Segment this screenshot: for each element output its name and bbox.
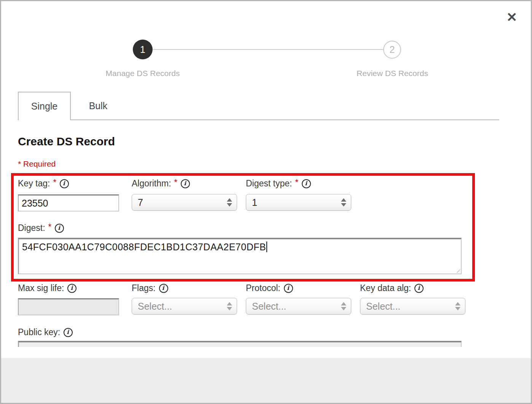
step-2-number: 2	[390, 44, 395, 55]
required-note-asterisk: *	[18, 159, 21, 168]
resize-grip-icon[interactable]	[454, 266, 460, 273]
algorithm-label: Algorithm: * i	[132, 178, 190, 189]
stepper-connector-line	[153, 49, 383, 50]
key-tag-label-text: Key tag:	[18, 178, 50, 189]
flags-label-text: Flags:	[132, 283, 156, 293]
select-spinner-icon	[227, 302, 232, 310]
digest-textarea[interactable]: 54FCF030AA1C79C0088FDEC1BD1C37DAA2E70DFB	[18, 238, 462, 274]
select-spinner-icon	[227, 198, 232, 207]
public-key-label: Public key: i	[18, 327, 73, 337]
public-key-textarea[interactable]	[18, 341, 462, 347]
digest-type-select[interactable]: 1	[246, 194, 351, 211]
flags-select[interactable]: Select...	[132, 298, 237, 315]
required-note-text: Required	[23, 159, 56, 168]
info-icon[interactable]: i	[60, 179, 69, 188]
required-asterisk: *	[48, 222, 52, 232]
protocol-label-text: Protocol:	[246, 283, 280, 293]
key-data-alg-label-text: Key data alg:	[360, 283, 411, 293]
create-ds-record-dialog: ✕ 1 2 Manage DS Records Review DS Record…	[0, 0, 532, 404]
digest-type-label: Digest type: * i	[246, 178, 311, 189]
info-icon[interactable]: i	[414, 284, 424, 293]
protocol-select-value: Select...	[252, 301, 341, 312]
required-asterisk: *	[174, 177, 178, 187]
text-cursor	[266, 242, 267, 252]
info-icon[interactable]: i	[67, 284, 76, 293]
info-icon[interactable]: i	[64, 328, 73, 337]
algorithm-label-text: Algorithm:	[132, 178, 171, 189]
public-key-label-text: Public key:	[18, 327, 60, 337]
key-data-alg-label: Key data alg: i	[360, 283, 424, 293]
digest-label: Digest: * i	[18, 223, 64, 233]
step-2-label: Review DS Records	[335, 69, 449, 78]
close-icon[interactable]: ✕	[503, 9, 520, 25]
tab-divider-line	[71, 119, 499, 120]
digest-label-text: Digest:	[18, 223, 45, 233]
select-spinner-icon	[341, 302, 346, 310]
required-asterisk: *	[295, 177, 298, 187]
select-spinner-icon	[341, 198, 346, 207]
step-1-number: 1	[140, 44, 145, 55]
info-icon[interactable]: i	[302, 179, 311, 188]
info-icon[interactable]: i	[55, 224, 64, 233]
step-1-label: Manage DS Records	[86, 69, 200, 78]
required-asterisk: *	[53, 177, 56, 187]
algorithm-select[interactable]: 7	[132, 194, 237, 211]
stepper-step-2: 2	[383, 41, 401, 59]
key-tag-label: Key tag: * i	[18, 178, 69, 189]
info-icon[interactable]: i	[284, 284, 293, 293]
select-spinner-icon	[455, 302, 460, 310]
tab-bulk[interactable]: Bulk	[72, 92, 125, 119]
key-data-alg-select-value: Select...	[366, 301, 455, 312]
key-tag-input[interactable]	[18, 194, 119, 212]
key-data-alg-select[interactable]: Select...	[360, 298, 465, 315]
page-title: Create DS Record	[18, 135, 115, 148]
tab-single-label: Single	[31, 101, 58, 112]
digest-value: 54FCF030AA1C79C0088FDEC1BD1C37DAA2E70DFB	[22, 242, 266, 252]
max-sig-life-input[interactable]	[18, 298, 119, 315]
tab-single[interactable]: Single	[18, 92, 71, 120]
digest-type-select-value: 1	[252, 197, 341, 208]
algorithm-select-value: 7	[138, 197, 227, 208]
protocol-select[interactable]: Select...	[246, 298, 351, 315]
tab-bulk-label: Bulk	[89, 100, 108, 111]
max-sig-life-label: Max sig life: i	[18, 283, 76, 293]
flags-select-value: Select...	[138, 301, 227, 312]
protocol-label: Protocol: i	[246, 283, 293, 293]
info-icon[interactable]: i	[159, 284, 168, 293]
max-sig-life-label-text: Max sig life:	[18, 283, 64, 293]
flags-label: Flags: i	[132, 283, 168, 293]
digest-type-label-text: Digest type:	[246, 178, 292, 189]
stepper-step-1: 1	[133, 40, 153, 59]
required-note: * Required	[18, 159, 56, 169]
info-icon[interactable]: i	[181, 179, 190, 188]
footer-bar: Cancel Back Next	[1, 358, 531, 404]
